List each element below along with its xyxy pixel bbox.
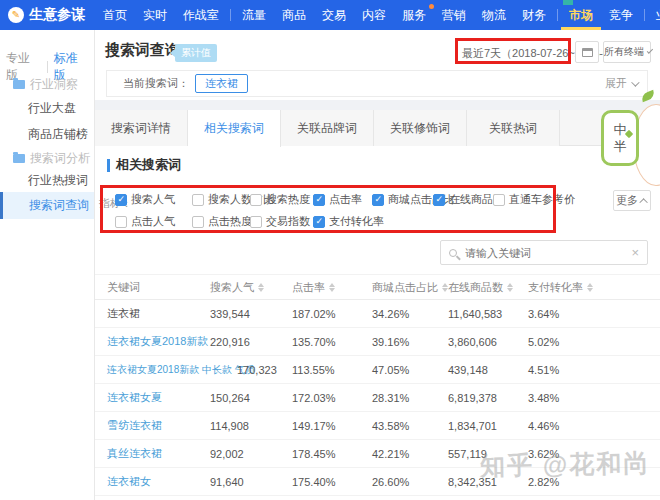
terminal-filter-label: 所有终端 [604, 45, 644, 59]
checkbox-search-heat[interactable]: 搜索热度 [250, 192, 313, 207]
cell-keyword-link[interactable]: 连衣裙女夏 [107, 390, 210, 405]
cell-keyword-link[interactable]: 雪纺连衣裙 [107, 418, 210, 433]
cell-keyword-link[interactable]: 连衣裙女 [107, 474, 210, 489]
calendar-button[interactable] [575, 41, 599, 63]
sort-icon[interactable] [587, 283, 593, 292]
checkbox-icon[interactable] [115, 194, 127, 206]
cell-ctr: 149.17% [292, 420, 372, 432]
checkbox-search-users-ratio[interactable]: 搜索人数占比 [192, 192, 250, 207]
cell-online-products: 6,819,378 [448, 392, 528, 404]
cell-online-products: 1,834,701 [448, 420, 528, 432]
checkbox-online-products[interactable]: 在线商品数 [433, 192, 493, 207]
tab-related-hot-words[interactable]: 关联热词 [467, 110, 560, 146]
nav-finance[interactable]: 财务 [514, 0, 554, 30]
mascot-speech-bubble[interactable]: 中 半 [601, 110, 639, 166]
checkbox-icon[interactable] [313, 216, 325, 228]
sidebar-group-search-word-analysis[interactable]: 搜索词分析 [13, 150, 90, 167]
sidebar-group-industry-insight[interactable]: 行业洞察 [13, 76, 78, 93]
section-title-text: 相关搜索词 [116, 156, 181, 174]
nav-service[interactable]: 服务 [394, 0, 434, 30]
checkbox-transaction-index[interactable]: 交易指数 [250, 214, 313, 229]
table-row: 连衣裙女夏2018新款 中长款 气质 170,323 113.55% 47.05… [95, 356, 660, 384]
col-mall-click-ratio[interactable]: 商城点击占比 [372, 280, 448, 295]
checkbox-click-heat[interactable]: 点击热度 [192, 214, 250, 229]
nav-home[interactable]: 首页 [95, 0, 135, 30]
nav-war-room[interactable]: 作战室 [175, 0, 227, 30]
nav-content[interactable]: 内容 [354, 0, 394, 30]
expand-toggle[interactable]: 展开 [605, 71, 637, 96]
table-row: 连衣裙女 91,640 175.40% 26.60% 8,342,351 2.8… [95, 468, 660, 496]
nav-items: 首页 实时 作战室 流量 商品 交易 内容 服务 营销 物流 财务 市场 竞争 … [95, 0, 660, 30]
brand[interactable]: ✎ 生意参谋 [8, 6, 85, 24]
keyword-search-input[interactable] [463, 246, 625, 260]
sidebar-item-industry-dashboard[interactable]: 行业大盘 [28, 100, 76, 117]
checkbox-ctr[interactable]: 点击率 [313, 192, 372, 207]
checkbox-ztc-reference-price[interactable]: 直通车参考价 [493, 192, 575, 207]
nav-product[interactable]: 商品 [274, 0, 314, 30]
cell-mall-click-ratio: 42.21% [372, 448, 448, 460]
nav-traffic[interactable]: 流量 [234, 0, 274, 30]
section-title: 相关搜索词 [107, 156, 181, 174]
more-label: 更多 [616, 193, 638, 208]
calendar-icon [582, 48, 593, 57]
cell-search-popularity: 220,916 [210, 336, 292, 348]
checkbox-icon[interactable] [250, 216, 262, 228]
cell-search-popularity: 91,640 [210, 476, 292, 488]
checkbox-icon[interactable] [372, 194, 384, 206]
cell-online-products: 3,860,606 [448, 336, 528, 348]
cell-mall-click-ratio: 39.16% [372, 336, 448, 348]
current-search-term-chip[interactable]: 连衣裙 [195, 74, 248, 93]
terminal-filter-dropdown[interactable]: 所有终端 [603, 41, 651, 63]
checkbox-pay-conversion[interactable]: 支付转化率 [313, 214, 384, 229]
tab-search-word-detail[interactable]: 搜索词详情 [95, 110, 188, 146]
col-pay-conversion[interactable]: 支付转化率 [528, 280, 660, 295]
sidebar-item-search-word-query[interactable]: 搜索词查询 [0, 192, 94, 219]
checkbox-click-popularity[interactable]: 点击人气 [115, 214, 192, 229]
cell-mall-click-ratio: 26.60% [372, 476, 448, 488]
checkbox-icon[interactable] [250, 194, 262, 206]
tabs-bar: 搜索词详情 相关搜索词 关联品牌词 关联修饰词 关联热词 [95, 110, 660, 146]
checkbox-mall-click-ratio[interactable]: 商城点击占比 [372, 192, 433, 207]
col-search-popularity[interactable]: 搜索人气 [210, 280, 292, 295]
checkbox-icon[interactable] [433, 194, 445, 206]
checkbox-icon[interactable] [192, 194, 204, 206]
tab-related-search-words[interactable]: 相关搜索词 [188, 110, 281, 147]
nav-trade[interactable]: 交易 [314, 0, 354, 30]
col-online-products[interactable]: 在线商品数 [448, 280, 528, 295]
checkbox-icon[interactable] [115, 216, 127, 228]
clear-icon[interactable]: × [631, 246, 639, 259]
checkbox-icon[interactable] [313, 194, 325, 206]
col-label: 点击率 [292, 280, 325, 295]
related-search-table: 关键词 搜索人气 点击率 商城点击占比 在线商品数 支付转化率 连衣裙 339,… [95, 274, 660, 496]
cell-pay-conversion: 3.48% [528, 392, 660, 404]
tab-related-brand-words[interactable]: 关联品牌词 [281, 110, 374, 146]
cell-keyword-link[interactable]: 连衣裙女夏2018新款 中长款 气质 [107, 363, 237, 377]
sort-icon[interactable] [507, 283, 513, 292]
sidebar-item-product-shop-rank[interactable]: 商品店铺榜 [28, 126, 88, 143]
chevron-up-icon [639, 198, 647, 206]
sort-icon[interactable] [329, 283, 335, 292]
chevron-down-icon [631, 78, 639, 86]
more-metrics-button[interactable]: 更多 [613, 190, 651, 211]
checkbox-icon[interactable] [493, 194, 505, 206]
sidebar-item-industry-hot-words[interactable]: 行业热搜词 [28, 172, 88, 189]
col-ctr[interactable]: 点击率 [292, 280, 372, 295]
col-label: 支付转化率 [528, 280, 583, 295]
checkbox-label: 支付转化率 [329, 214, 384, 229]
table-header: 关键词 搜索人气 点击率 商城点击占比 在线商品数 支付转化率 [95, 274, 660, 300]
nav-competition[interactable]: 竞争 [601, 0, 641, 30]
chevron-down-icon [647, 47, 653, 53]
tab-related-modifier-words[interactable]: 关联修饰词 [374, 110, 467, 146]
cell-keyword-link[interactable]: 真丝连衣裙 [107, 446, 210, 461]
cell-search-popularity: 170,323 [237, 364, 292, 376]
cell-keyword-link[interactable]: 连衣裙女夏2018新款 [107, 334, 210, 349]
checkbox-label: 直通车参考价 [509, 192, 575, 207]
nav-logistics[interactable]: 物流 [474, 0, 514, 30]
metrics-row-2: 点击人气 点击热度 交易指数 支付转化率 [115, 214, 384, 229]
sort-icon[interactable] [258, 283, 264, 292]
checkbox-search-popularity[interactable]: 搜索人气 [115, 192, 192, 207]
nav-business-zone[interactable]: 业务专区 [648, 0, 660, 30]
nav-realtime[interactable]: 实时 [135, 0, 175, 30]
checkbox-icon[interactable] [192, 216, 204, 228]
nav-marketing[interactable]: 营销 [434, 0, 474, 30]
